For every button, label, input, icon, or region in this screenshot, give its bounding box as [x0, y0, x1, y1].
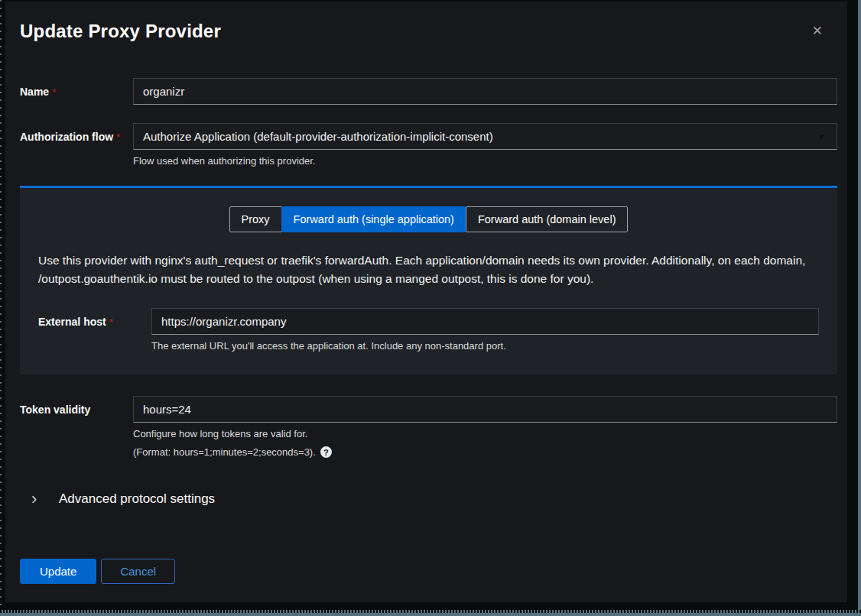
- chevron-right-icon: ›: [31, 491, 42, 507]
- close-icon[interactable]: ✕: [812, 24, 823, 37]
- frame-left-border: [0, 0, 2, 616]
- name-label: Name*: [20, 78, 133, 105]
- required-marker: *: [52, 86, 56, 98]
- name-input[interactable]: [133, 78, 837, 105]
- authorization-flow-help: Flow used when authorizing this provider…: [133, 155, 837, 167]
- token-validity-row: Token validity Configure how long tokens…: [20, 396, 837, 458]
- cancel-button[interactable]: Cancel: [101, 559, 175, 584]
- token-validity-label: Token validity: [20, 396, 133, 458]
- authorization-flow-select[interactable]: Authorize Application (default-provider-…: [133, 123, 837, 150]
- required-marker: *: [116, 131, 120, 143]
- authorization-flow-value: Authorize Application (default-provider-…: [143, 130, 493, 143]
- advanced-protocol-settings-label: Advanced protocol settings: [59, 491, 215, 507]
- token-validity-format-help: (Format: hours=1;minutes=2;seconds=3). ?: [133, 446, 837, 458]
- token-validity-input[interactable]: [133, 396, 837, 423]
- update-button[interactable]: Update: [20, 559, 96, 584]
- external-host-row: External host* The external URL you'll a…: [38, 308, 819, 352]
- modal-actions: Update Cancel: [20, 559, 837, 584]
- authorization-flow-label: Authorization flow*: [20, 123, 133, 167]
- frame-right-border: [858, 0, 861, 616]
- required-marker: *: [109, 316, 113, 328]
- proxy-mode-card: Proxy Forward auth (single application) …: [20, 186, 837, 374]
- token-validity-help: Configure how long tokens are valid for.: [133, 428, 837, 439]
- question-circle-icon[interactable]: ?: [320, 446, 332, 458]
- external-host-label: External host*: [38, 308, 151, 352]
- screenshot-frame: Update Proxy Provider ✕ Name* Authorizat…: [0, 0, 861, 616]
- chevron-down-icon: ▾: [819, 131, 824, 143]
- advanced-protocol-settings-toggle[interactable]: › Advanced protocol settings: [20, 491, 837, 507]
- page-title: Update Proxy Provider: [20, 20, 837, 43]
- update-proxy-provider-modal: Update Proxy Provider ✕ Name* Authorizat…: [5, 2, 847, 602]
- proxy-mode-toggle-group: Proxy Forward auth (single application) …: [38, 206, 819, 232]
- external-host-help: The external URL you'll access the appli…: [151, 340, 819, 352]
- tab-forward-auth-single-application[interactable]: Forward auth (single application): [281, 206, 466, 232]
- frame-bottom-border: [0, 613, 861, 616]
- tab-forward-auth-domain-level[interactable]: Forward auth (domain level): [466, 206, 629, 232]
- external-host-input[interactable]: [151, 308, 819, 335]
- authorization-flow-row: Authorization flow* Authorize Applicatio…: [20, 123, 837, 167]
- provider-form: Name* Authorization flow* Authorize Appl…: [20, 78, 837, 584]
- name-row: Name*: [20, 78, 837, 105]
- mode-description: Use this provider with nginx's auth_requ…: [38, 251, 819, 288]
- tab-proxy[interactable]: Proxy: [229, 206, 282, 232]
